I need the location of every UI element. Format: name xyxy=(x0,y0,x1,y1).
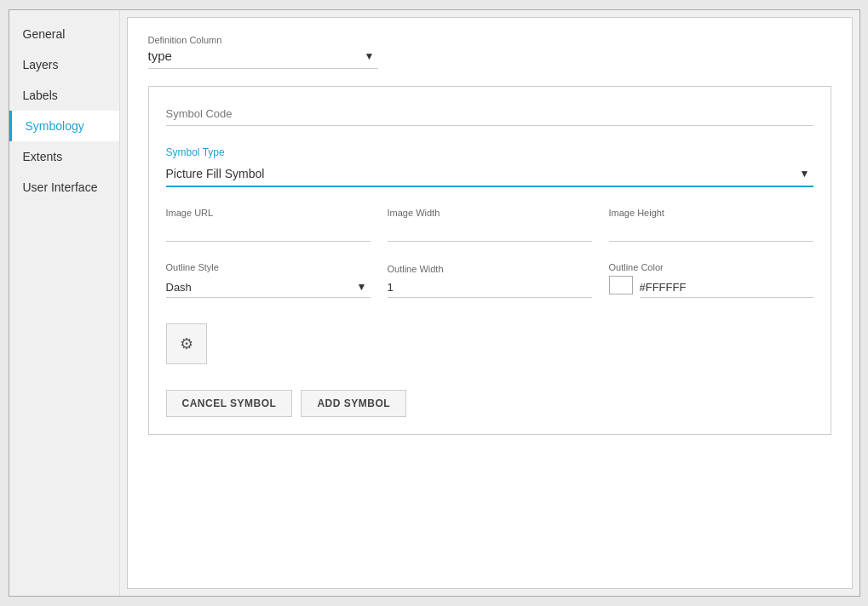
gear-button[interactable]: ⚙ xyxy=(166,323,207,364)
sidebar-item-labels[interactable]: Labels xyxy=(9,80,119,111)
sidebar: General Layers Labels Symbology Extents … xyxy=(9,10,120,596)
image-width-label: Image Width xyxy=(388,208,592,218)
sidebar-item-extents[interactable]: Extents xyxy=(9,141,119,172)
outline-width-label: Outline Width xyxy=(388,264,592,274)
symbol-type-select-wrapper: Picture Fill Symbol ▼ xyxy=(166,162,813,187)
outline-color-label: Outline Color xyxy=(609,262,813,272)
cancel-symbol-button[interactable]: CANCEL SYMBOL xyxy=(166,390,293,417)
image-height-input[interactable] xyxy=(609,221,813,242)
sidebar-item-layers[interactable]: Layers xyxy=(9,49,119,80)
add-symbol-button[interactable]: ADD SYMBOL xyxy=(301,390,406,417)
image-width-group: Image Width xyxy=(388,208,592,242)
outline-style-select[interactable]: Dash Solid Dot Dash Dot xyxy=(166,276,371,298)
outline-color-hex-input[interactable] xyxy=(640,277,813,298)
outline-width-group: Outline Width xyxy=(388,264,592,298)
image-height-group: Image Height xyxy=(609,208,813,242)
outline-row: Outline Style Dash Solid Dot Dash Dot ▼ … xyxy=(166,262,813,298)
definition-column-select-wrapper: type ▼ xyxy=(148,49,378,69)
image-url-label: Image URL xyxy=(166,208,371,218)
outline-style-group: Outline Style Dash Solid Dot Dash Dot ▼ xyxy=(166,262,371,298)
image-height-label: Image Height xyxy=(609,208,813,218)
image-width-input[interactable] xyxy=(388,221,592,242)
symbol-type-select[interactable]: Picture Fill Symbol xyxy=(166,162,813,186)
outline-color-swatch[interactable] xyxy=(609,276,633,294)
definition-column-label: Definition Column xyxy=(148,35,831,45)
outline-color-inner xyxy=(609,276,813,298)
inner-panel: Symbol Type Picture Fill Symbol ▼ Image … xyxy=(148,86,831,435)
symbol-code-input[interactable] xyxy=(166,104,813,126)
definition-column-select[interactable]: type xyxy=(148,49,378,63)
app-container: General Layers Labels Symbology Extents … xyxy=(9,9,860,597)
outline-color-group: Outline Color xyxy=(609,262,813,298)
symbol-type-label: Symbol Type xyxy=(166,146,813,158)
outline-width-input[interactable] xyxy=(388,277,592,298)
image-url-group: Image URL xyxy=(166,208,371,242)
sidebar-item-general[interactable]: General xyxy=(9,19,119,49)
main-content: Definition Column type ▼ Symbol Type Pic… xyxy=(127,17,853,589)
definition-column-section: Definition Column type ▼ xyxy=(148,35,831,69)
sidebar-item-symbology[interactable]: Symbology xyxy=(9,111,119,141)
gear-icon: ⚙ xyxy=(180,334,193,353)
sidebar-item-user-interface[interactable]: User Interface xyxy=(9,172,119,203)
outline-style-label: Outline Style xyxy=(166,262,371,272)
image-url-input[interactable] xyxy=(166,221,371,242)
image-fields-row: Image URL Image Width Image Height xyxy=(166,208,813,242)
action-buttons: CANCEL SYMBOL ADD SYMBOL xyxy=(166,390,813,417)
